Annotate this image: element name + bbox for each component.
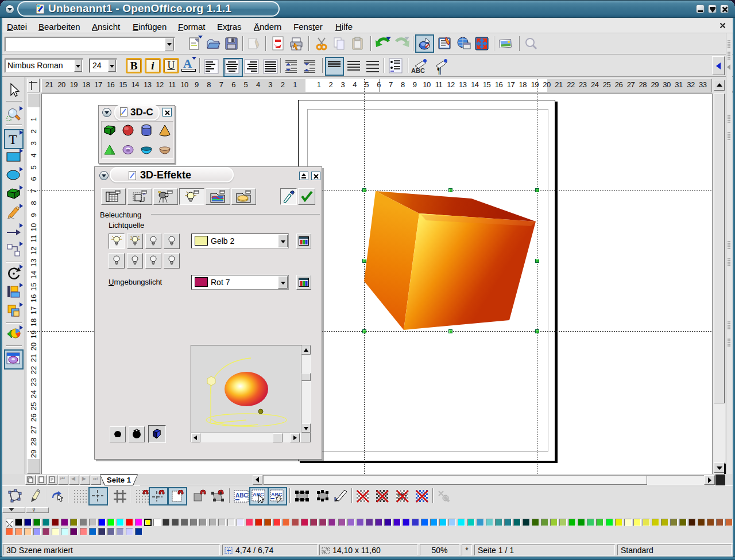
svg-text:P: P bbox=[275, 44, 278, 48]
svg-text:ABC: ABC bbox=[235, 492, 248, 499]
svg-text:ABC: ABC bbox=[271, 492, 283, 497]
svg-text:T: T bbox=[9, 132, 17, 147]
